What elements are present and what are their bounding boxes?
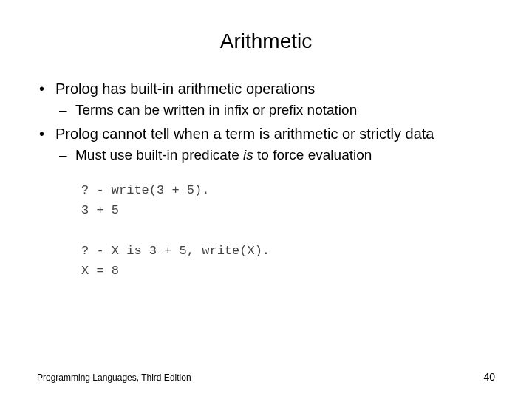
- page-number: 40: [483, 371, 495, 383]
- bullet-level2: Terms can be written in infix or prefix …: [37, 100, 495, 120]
- bullet-text-post: to force evaluation: [253, 147, 372, 163]
- content-area: Prolog has built-in arithmetic operation…: [37, 79, 495, 281]
- bullet-level1: Prolog cannot tell when a term is arithm…: [37, 124, 495, 144]
- bullet-level1: Prolog has built-in arithmetic operation…: [37, 79, 495, 99]
- slide-footer: Programming Languages, Third Edition 40: [37, 371, 495, 383]
- bullet-text-emphasis: is: [243, 147, 253, 163]
- slide-title: Arithmetic: [37, 30, 495, 53]
- bullet-level2: Must use built-in predicate is to force …: [37, 146, 495, 165]
- bullet-list: Prolog has built-in arithmetic operation…: [37, 79, 495, 164]
- slide-container: Arithmetic Prolog has built-in arithmeti…: [0, 0, 532, 399]
- footer-text: Programming Languages, Third Edition: [37, 372, 191, 383]
- bullet-text-pre: Must use built-in predicate: [75, 147, 243, 163]
- code-example: ? - write(3 + 5). 3 + 5 ? - X is 3 + 5, …: [81, 180, 495, 281]
